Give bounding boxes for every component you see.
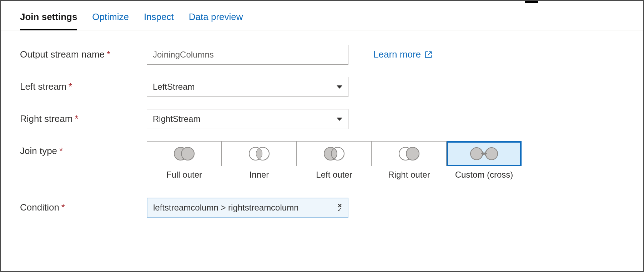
tab-bar: Join settings Optimize Inspect Data prev… [1,1,643,30]
join-type-label: Join type* [20,141,147,157]
right-stream-value: RightStream [153,114,200,124]
venn-inner-icon [245,146,273,162]
join-type-inner[interactable]: Inner [222,141,297,180]
venn-right-outer-icon [395,146,423,162]
join-type-left-outer[interactable]: Left outer [297,141,372,180]
tab-optimize[interactable]: Optimize [92,11,129,30]
tab-join-settings[interactable]: Join settings [20,11,77,30]
form-content: Output stream name* Learn more Left stre… [1,30,643,218]
chevron-down-icon [337,85,342,89]
row-left-stream: Left stream* LeftStream [20,77,624,97]
left-stream-label: Left stream* [20,77,147,92]
required-asterisk: * [61,202,65,213]
venn-left-outer-icon [320,146,348,162]
row-join-type: Join type* Full outer [20,141,624,180]
right-stream-select[interactable]: RightStream [147,109,348,129]
confirm-icon[interactable]: ✓ [337,208,342,212]
join-type-custom-cross-label: Custom (cross) [447,170,522,180]
condition-input[interactable]: leftstreamcolumn > rightstreamcolumn ✕ ✓ [147,198,348,218]
venn-full-outer-icon [170,146,198,162]
svg-point-11 [485,148,498,160]
output-stream-label: Output stream name* [20,45,147,60]
row-condition: Condition* leftstreamcolumn > rightstrea… [20,198,624,218]
join-type-inner-label: Inner [222,170,297,180]
join-type-left-outer-label: Left outer [297,170,372,180]
required-asterisk: * [69,81,72,92]
required-asterisk: * [59,145,63,156]
output-stream-input[interactable] [147,45,348,65]
join-type-right-outer-label: Right outer [372,170,447,180]
left-stream-value: LeftStream [153,82,195,92]
tab-data-preview[interactable]: Data preview [189,11,243,30]
settings-panel: Join settings Optimize Inspect Data prev… [0,0,644,272]
join-type-full-outer[interactable]: Full outer [147,141,222,180]
condition-actions: ✕ ✓ [337,204,342,212]
right-stream-label: Right stream* [20,109,147,124]
svg-point-10 [471,148,483,160]
row-right-stream: Right stream* RightStream [20,109,624,129]
row-output-stream: Output stream name* Learn more [20,45,624,65]
svg-point-6 [324,147,337,160]
condition-value: leftstreamcolumn > rightstreamcolumn [153,203,298,213]
chevron-down-icon [337,118,342,121]
window-handle [525,1,538,3]
required-asterisk: * [75,113,78,124]
learn-more-link[interactable]: Learn more [373,45,432,60]
svg-point-1 [181,147,194,160]
join-type-options: Full outer Inner [147,141,522,180]
svg-point-9 [406,147,419,160]
venn-cross-icon [468,146,500,162]
join-type-custom-cross[interactable]: Custom (cross) [447,141,522,180]
external-link-icon [424,51,432,59]
left-stream-select[interactable]: LeftStream [147,77,348,97]
join-type-full-outer-label: Full outer [147,170,222,180]
tab-inspect[interactable]: Inspect [144,11,174,30]
join-type-right-outer[interactable]: Right outer [372,141,447,180]
condition-label: Condition* [20,198,147,213]
required-asterisk: * [107,49,110,60]
